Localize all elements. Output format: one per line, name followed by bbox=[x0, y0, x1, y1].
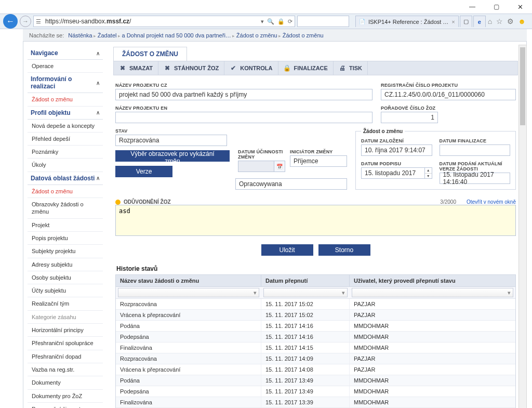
sidebar-item[interactable]: Dokumenty pro ŽoZ bbox=[28, 390, 103, 403]
window-close[interactable]: ✕ bbox=[508, 0, 532, 14]
vertical-scrollbar[interactable] bbox=[518, 45, 527, 408]
filter-state[interactable]: ▾ bbox=[118, 288, 259, 297]
table-row[interactable]: Finalizována15. 11. 2017 14:15MMDOHMAR bbox=[116, 343, 515, 353]
scrollbar-thumb[interactable] bbox=[520, 47, 525, 125]
cancel-button[interactable]: Storno bbox=[318, 244, 370, 256]
breadcrumb-item[interactable]: Nástěnka bbox=[68, 32, 92, 38]
spin-sign[interactable]: ▲▼ bbox=[361, 167, 432, 179]
page-tab[interactable]: ŽÁDOST O ZMĚNU bbox=[113, 47, 187, 61]
address-bar[interactable]: ☰ https://mseu-sandbox.mssf.cz/ ▾ 🔍 🔒 ⟳ bbox=[33, 16, 295, 27]
table-row[interactable]: Vrácena k přepracování15. 11. 2017 15:02… bbox=[116, 310, 515, 321]
table-row[interactable]: Podána15. 11. 2017 14:16MMDOHMAR bbox=[116, 321, 515, 332]
col-state[interactable]: Název stavu žádosti o změnu bbox=[116, 275, 261, 286]
tab-close-icon[interactable]: × bbox=[451, 19, 455, 25]
arrow-up-icon[interactable]: ▲ bbox=[425, 168, 431, 174]
search-icon[interactable]: 🔍 bbox=[267, 18, 274, 25]
filter-icon[interactable]: ▾ bbox=[342, 289, 345, 296]
new-tab-button[interactable]: ▢ bbox=[460, 16, 472, 27]
table-row[interactable]: Rozpracována15. 11. 2017 14:09PAZJAR bbox=[116, 353, 515, 364]
sidebar-item[interactable]: Účty subjektu bbox=[28, 284, 103, 297]
input-seq[interactable] bbox=[381, 112, 438, 123]
dropdown-icon[interactable]: ▾ bbox=[261, 18, 264, 25]
table-row[interactable]: Podepsána15. 11. 2017 13:49MMDOHMAR bbox=[116, 386, 515, 397]
settings-icon[interactable]: ⚙ bbox=[507, 17, 514, 25]
sidebar-item[interactable]: Popis projektu bbox=[28, 232, 103, 245]
nav-forward-button[interactable]: → bbox=[20, 16, 31, 27]
sidebar-item[interactable]: Dokumenty bbox=[28, 376, 103, 389]
breadcrumb-item[interactable]: Žádost o změnu bbox=[283, 32, 324, 38]
sidebar-item[interactable]: Přehled depeší bbox=[28, 133, 103, 146]
input-state-cz[interactable] bbox=[115, 135, 227, 146]
sidebar-item[interactable]: Projekt bbox=[28, 219, 103, 232]
input-reg-number[interactable] bbox=[381, 89, 516, 100]
browser-tab-active[interactable]: 📄 ISKP14+ Reference : Žádost … × bbox=[355, 16, 459, 27]
sidebar-item[interactable]: Realizační tým bbox=[28, 297, 103, 310]
sidebar-item[interactable]: Operace bbox=[28, 60, 103, 73]
toolbar-smazat[interactable]: ✖SMAZAT bbox=[114, 61, 158, 75]
arrow-down-icon[interactable]: ▼ bbox=[425, 174, 431, 179]
refresh-icon[interactable]: ⟳ bbox=[288, 18, 292, 25]
sidebar-item[interactable]: Propagační činnost bbox=[28, 403, 103, 408]
sidebar-item[interactable]: Přeshraniční dopad bbox=[28, 350, 103, 363]
sidebar-group-header[interactable]: Navigace∧ bbox=[28, 47, 103, 60]
sidebar-item[interactable]: Horizontální principy bbox=[28, 324, 103, 337]
toolbar-tisk[interactable]: 🖨TISK bbox=[334, 61, 368, 75]
table-row[interactable]: Rozpracována15. 11. 2017 15:02PAZJAR bbox=[116, 299, 515, 310]
breadcrumb-item[interactable]: Žadatel bbox=[98, 32, 117, 38]
col-user[interactable]: Uživatel, který provedl přepnutí stavu bbox=[350, 275, 515, 286]
sidebar-item[interactable]: Úkoly bbox=[28, 159, 103, 172]
browser-search-box[interactable] bbox=[297, 16, 349, 27]
breadcrumb-item[interactable]: Žádost o změnu bbox=[236, 32, 277, 38]
spin-arrows[interactable]: ▲▼ bbox=[424, 167, 432, 179]
sidebar-group-header[interactable]: Datová oblast žádosti∧ bbox=[28, 172, 103, 185]
input-state-pl[interactable] bbox=[235, 178, 347, 190]
edge-switch-button[interactable]: e bbox=[473, 16, 486, 27]
feedback-icon[interactable]: ☻ bbox=[518, 17, 526, 25]
filter-user[interactable]: ▾ bbox=[352, 288, 513, 297]
nav-back-button[interactable]: ← bbox=[3, 14, 18, 29]
input-initiator[interactable] bbox=[290, 155, 347, 167]
save-button[interactable]: Uložit bbox=[261, 244, 313, 256]
toolbar-finalizace[interactable]: 🔒FINALIZACE bbox=[278, 61, 334, 75]
sidebar-item[interactable]: Nová depeše a koncepty bbox=[28, 120, 103, 133]
toolbar-label: FINALIZACE bbox=[294, 65, 328, 71]
calendar-icon[interactable]: 📅 bbox=[274, 161, 285, 172]
sidebar-item[interactable]: Subjekty projektu bbox=[28, 245, 103, 258]
filter-icon[interactable]: ▾ bbox=[254, 289, 257, 296]
justification-textarea[interactable] bbox=[115, 205, 516, 236]
input-eff-date[interactable] bbox=[238, 161, 274, 172]
toolbar-stáhnout žoz[interactable]: ✖STÁHNOUT ŽOZ bbox=[158, 61, 224, 75]
filter-date[interactable]: ▾ bbox=[263, 288, 348, 297]
version-button[interactable]: Verze bbox=[115, 166, 172, 177]
sidebar-item[interactable]: Vazba na reg.str. bbox=[28, 363, 103, 376]
favorites-icon[interactable]: ☆ bbox=[496, 17, 503, 25]
sidebar-item[interactable]: Poznámky bbox=[28, 146, 103, 159]
sidebar-group-header[interactable]: Informování o realizaci∧ bbox=[28, 73, 103, 93]
sidebar-group-header[interactable]: Profil objektu∧ bbox=[28, 107, 103, 120]
breadcrumb-item[interactable]: a Dohnal projekt nad 50 000 dva partneři… bbox=[122, 32, 231, 38]
col-date[interactable]: Datum přepnutí bbox=[261, 275, 350, 286]
sidebar-item[interactable]: Žádost o změnu bbox=[28, 185, 103, 198]
sidebar-item[interactable]: Přeshraniční spolupráce bbox=[28, 337, 103, 350]
sidebar-item[interactable]: Žádost o změnu bbox=[28, 93, 103, 106]
table-row[interactable]: Vrácena k přepracování15. 11. 2017 14:08… bbox=[116, 364, 515, 375]
browser-toolbar: ← → ☰ https://mseu-sandbox.mssf.cz/ ▾ 🔍 … bbox=[0, 14, 532, 29]
input-sign[interactable] bbox=[361, 167, 424, 179]
table-row[interactable]: Podána15. 11. 2017 13:49MMDOHMAR bbox=[116, 375, 515, 386]
home-icon[interactable]: ⌂ bbox=[488, 17, 492, 25]
filter-icon[interactable]: ▾ bbox=[508, 289, 511, 296]
open-new-window-link[interactable]: Otevřít v novém okně bbox=[467, 199, 516, 205]
table-row[interactable]: Podepsána15. 11. 2017 14:16MMDOHMAR bbox=[116, 332, 515, 343]
sidebar-item[interactable]: Osoby subjektu bbox=[28, 271, 103, 284]
label-eff-date: DATUM ÚČINNOSTI ZMĚNY bbox=[238, 149, 286, 160]
window-maximize[interactable]: ▢ bbox=[484, 0, 508, 14]
toolbar-kontrola[interactable]: ✔KONTROLA bbox=[224, 61, 278, 75]
cell-state: Podána bbox=[116, 375, 261, 386]
sidebar-item[interactable]: Adresy subjektu bbox=[28, 258, 103, 271]
sidebar-item[interactable]: Obrazovky žádosti o změnu bbox=[28, 198, 103, 219]
input-project-en[interactable] bbox=[115, 112, 373, 123]
window-minimize[interactable]: — bbox=[460, 0, 484, 14]
choose-screens-button[interactable]: Výběr obrazovek pro vykázání změn bbox=[115, 150, 230, 162]
table-row[interactable]: Finalizována15. 11. 2017 13:39MMDOHMAR bbox=[116, 397, 515, 408]
input-project-cz[interactable] bbox=[115, 89, 373, 100]
